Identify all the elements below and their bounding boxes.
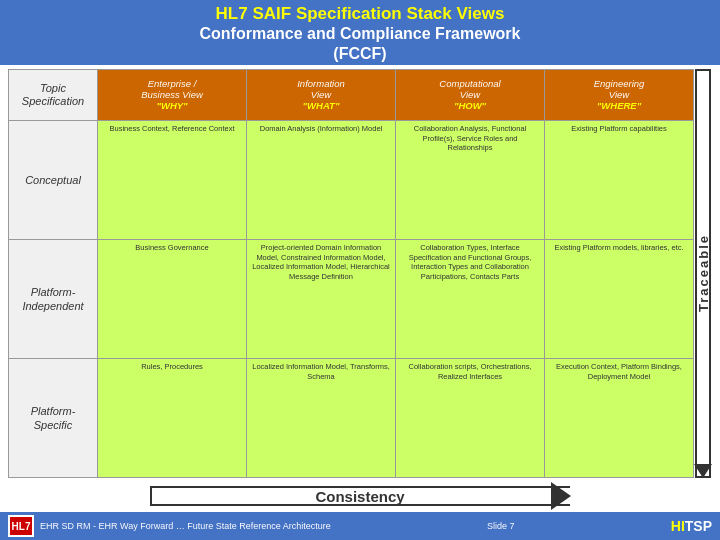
grid-row-0: Business Context, Reference Context Doma… bbox=[98, 121, 694, 240]
traceable-arrow bbox=[694, 464, 712, 478]
cell-1-2: Collaboration Types, Interface Specifica… bbox=[396, 240, 545, 359]
footer-slide: Slide 7 bbox=[487, 521, 515, 531]
hl7-logo: HL7 bbox=[8, 515, 34, 537]
cell-2-3: Execution Context, Platform Bindings, De… bbox=[545, 359, 694, 478]
cell-2-1: Localized Information Model, Transforms,… bbox=[247, 359, 396, 478]
left-labels: TopicSpecification Conceptual Platform-I… bbox=[8, 69, 98, 478]
grid-rows: Business Context, Reference Context Doma… bbox=[98, 121, 694, 478]
col-header-enterprise: Enterprise /Business View "WHY" bbox=[98, 69, 247, 121]
grid-row-1: Business Governance Project-oriented Dom… bbox=[98, 240, 694, 359]
title2: Conformance and Compliance Framework bbox=[8, 24, 712, 43]
cell-1-1: Project-oriented Domain Information Mode… bbox=[247, 240, 396, 359]
footer-text: EHR SD RM - EHR Way Forward … Future Sta… bbox=[40, 521, 331, 531]
row-label-platform-independent: Platform-Independent bbox=[8, 240, 98, 359]
cell-0-0: Business Context, Reference Context bbox=[98, 121, 247, 240]
consistency-row: Consistency bbox=[8, 478, 712, 512]
cell-0-2: Collaboration Analysis, Functional Profi… bbox=[396, 121, 545, 240]
cell-1-0: Business Governance bbox=[98, 240, 247, 359]
consistency-arrow: Consistency bbox=[150, 482, 570, 510]
traceable-bar: Traceable bbox=[694, 69, 712, 478]
traceable-label: Traceable bbox=[696, 234, 711, 312]
cell-2-2: Collaboration scripts, Orchestrations, R… bbox=[396, 359, 545, 478]
col-header-information: InformationView "WHAT" bbox=[247, 69, 396, 121]
footer: HL7 EHR SD RM - EHR Way Forward … Future… bbox=[0, 512, 720, 540]
hitsp-logo: HITSP bbox=[671, 518, 712, 534]
title3: (FCCF) bbox=[8, 44, 712, 63]
grid-area: Enterprise /Business View "WHY" Informat… bbox=[98, 69, 694, 478]
slide-header: HL7 SAIF Specification Stack Views Confo… bbox=[0, 0, 720, 65]
slide-container: HL7 SAIF Specification Stack Views Confo… bbox=[0, 0, 720, 540]
consistency-label: Consistency bbox=[315, 488, 404, 505]
cell-0-3: Existing Platform capabilities bbox=[545, 121, 694, 240]
main-content: TopicSpecification Conceptual Platform-I… bbox=[0, 65, 720, 512]
grid-row-2: Rules, Procedures Localized Information … bbox=[98, 359, 694, 478]
col-header-engineering: EngineeringView "WHERE" bbox=[545, 69, 694, 121]
cell-0-1: Domain Analysis (Information) Model bbox=[247, 121, 396, 240]
topic-spec-label: TopicSpecification bbox=[8, 69, 98, 121]
col-header-computational: ComputationalView "HOW" bbox=[396, 69, 545, 121]
consistency-arrow-head bbox=[551, 482, 571, 510]
cell-1-3: Existing Platform models, libraries, etc… bbox=[545, 240, 694, 359]
cell-2-0: Rules, Procedures bbox=[98, 359, 247, 478]
footer-left: HL7 EHR SD RM - EHR Way Forward … Future… bbox=[8, 515, 331, 537]
col-headers: Enterprise /Business View "WHY" Informat… bbox=[98, 69, 694, 121]
row-label-platform-specific: Platform-Specific bbox=[8, 359, 98, 478]
table-wrapper: TopicSpecification Conceptual Platform-I… bbox=[8, 69, 712, 478]
title1: HL7 SAIF Specification Stack Views bbox=[8, 4, 712, 24]
row-label-conceptual: Conceptual bbox=[8, 121, 98, 240]
